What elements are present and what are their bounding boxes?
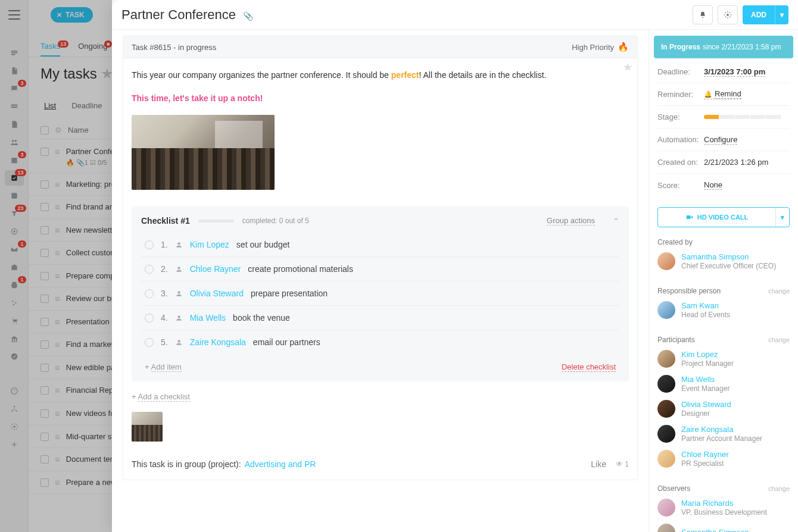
add-item[interactable]: + Add item	[145, 362, 182, 372]
reminder-value[interactable]: 🔔Remind	[704, 89, 741, 99]
deadline-value[interactable]: 3/1/2023 7:00 pm	[704, 67, 765, 77]
bell-icon[interactable]	[693, 5, 713, 24]
drag-handle-icon[interactable]: ≡	[55, 146, 60, 157]
row-checkbox[interactable]	[40, 386, 49, 395]
col-name[interactable]: Name	[68, 126, 89, 134]
rail-people-icon[interactable]	[5, 134, 24, 150]
rail-contact-icon[interactable]	[5, 188, 24, 204]
assignee-link[interactable]: Mia Wells	[190, 313, 226, 323]
tab-tasks[interactable]: Tasks13	[40, 42, 60, 57]
rail-tasks-icon[interactable]: 13	[5, 170, 24, 186]
rail-drive-icon[interactable]	[5, 117, 24, 132]
person-name[interactable]: Zaire Kongsala	[681, 425, 762, 434]
person-name[interactable]: Kim Lopez	[681, 350, 734, 359]
tab-ongoing[interactable]: Ongoing■	[78, 42, 107, 57]
change-link[interactable]: change	[768, 336, 790, 343]
row-checkbox[interactable]	[40, 249, 49, 257]
person[interactable]: Samantha Simpson	[657, 524, 790, 532]
rail-doc-icon[interactable]	[5, 63, 24, 79]
rail-crm-icon[interactable]	[5, 99, 24, 114]
rail-calendar-icon[interactable]: 3	[5, 152, 24, 168]
checklist-item[interactable]: 5. Zaire Kongsala email our partners	[141, 330, 619, 354]
like-button[interactable]: Like	[591, 459, 606, 469]
person-responsible[interactable]: Sam KwanHead of Events	[657, 301, 790, 319]
gear-icon[interactable]: ⚙	[55, 126, 62, 134]
view-list[interactable]: List	[44, 101, 56, 110]
drag-handle-icon[interactable]: ≡	[55, 408, 60, 418]
rail-cart-icon[interactable]	[5, 313, 24, 328]
checklist-item[interactable]: 1. Kim Lopez set our budget	[141, 233, 619, 257]
assignee-link[interactable]: Olivia Steward	[190, 289, 244, 298]
score-value[interactable]: None	[704, 180, 722, 190]
checklist-radio[interactable]	[145, 338, 154, 347]
drag-handle-icon[interactable]: ≡	[55, 293, 60, 303]
chevron-down-icon[interactable]: ▾	[775, 208, 789, 227]
rail-chat-icon[interactable]: 3	[5, 81, 24, 96]
row-checkbox[interactable]	[40, 364, 49, 372]
drag-handle-icon[interactable]: ≡	[55, 431, 60, 442]
row-checkbox[interactable]	[40, 455, 49, 464]
rail-target-icon[interactable]	[5, 224, 24, 239]
rail-bank-icon[interactable]	[5, 331, 24, 346]
checklist-radio[interactable]	[145, 314, 154, 323]
assignee-link[interactable]: Kim Lopez	[190, 240, 229, 249]
assignee-link[interactable]: Chloe Rayner	[190, 264, 241, 274]
person[interactable]: Chloe RaynerPR Specialist	[657, 450, 790, 468]
person-name[interactable]: Olivia Steward	[681, 400, 731, 409]
menu-icon[interactable]	[5, 7, 24, 23]
rail-print-icon[interactable]: 1	[5, 277, 24, 293]
checklist-radio[interactable]	[145, 289, 154, 298]
select-all-checkbox[interactable]	[40, 126, 49, 134]
rail-gear-icon[interactable]	[5, 419, 24, 434]
rail-plus-icon[interactable]	[5, 437, 24, 452]
drag-handle-icon[interactable]: ≡	[55, 362, 60, 373]
row-checkbox[interactable]	[40, 148, 49, 156]
stage-progress[interactable]	[704, 115, 781, 119]
row-checkbox[interactable]	[40, 478, 49, 487]
view-deadline[interactable]: Deadline	[71, 101, 102, 110]
add-button[interactable]: ADD▾	[743, 5, 788, 24]
automation-link[interactable]: Configure	[704, 135, 737, 145]
person[interactable]: Zaire KongsalaPartner Account Manager	[657, 425, 790, 443]
add-checklist[interactable]: + Add a checklist	[132, 392, 629, 401]
person-creator[interactable]: Samantha SimpsonChief Executive Officer …	[657, 252, 790, 270]
group-link[interactable]: Advertising and PR	[245, 459, 316, 469]
row-checkbox[interactable]	[40, 340, 49, 349]
row-checkbox[interactable]	[40, 226, 49, 234]
person[interactable]: Maria RichardsVP, Business Development	[657, 499, 790, 517]
row-checkbox[interactable]	[40, 295, 49, 303]
close-icon[interactable]: ✕	[57, 11, 62, 19]
rail-help-icon[interactable]: ?	[5, 383, 24, 399]
checklist-item[interactable]: 2. Chloe Rayner create promotional mater…	[141, 257, 619, 281]
rail-feed-icon[interactable]	[5, 45, 24, 61]
gear-icon[interactable]	[718, 5, 738, 24]
chevron-down-icon[interactable]: ▾	[775, 5, 788, 24]
rail-settings-icon[interactable]	[5, 295, 24, 311]
task-pill[interactable]: ✕ TASK	[51, 7, 93, 23]
drag-handle-icon[interactable]: ≡	[55, 317, 60, 327]
change-link[interactable]: change	[768, 287, 790, 295]
rail-filter-icon[interactable]: 23	[5, 206, 24, 221]
drag-handle-icon[interactable]: ≡	[55, 477, 60, 487]
row-checkbox[interactable]	[40, 272, 49, 280]
drag-handle-icon[interactable]: ≡	[55, 225, 60, 235]
rail-check-icon[interactable]	[5, 349, 24, 364]
drag-handle-icon[interactable]: ≡	[55, 454, 60, 464]
person[interactable]: Olivia StewardDesigner	[657, 400, 790, 418]
row-checkbox[interactable]	[40, 433, 49, 441]
row-checkbox[interactable]	[40, 203, 49, 211]
checklist-item[interactable]: 4. Mia Wells book the venue	[141, 306, 619, 330]
row-checkbox[interactable]	[40, 318, 49, 326]
star-icon[interactable]: ★	[623, 61, 632, 74]
person-name[interactable]: Samantha Simpson	[681, 528, 749, 532]
clip-icon[interactable]: 📎	[243, 11, 253, 21]
attachment-thumb[interactable]	[132, 412, 163, 442]
delete-checklist[interactable]: Delete checklist	[562, 362, 616, 372]
group-actions[interactable]: Group actions	[547, 216, 595, 226]
hd-video-call-button[interactable]: HD VIDEO CALL ▾	[657, 207, 790, 227]
row-checkbox[interactable]	[40, 180, 49, 189]
drag-handle-icon[interactable]: ≡	[55, 385, 60, 395]
drag-handle-icon[interactable]: ≡	[55, 179, 60, 189]
drag-handle-icon[interactable]: ≡	[55, 248, 60, 258]
checklist-radio[interactable]	[145, 265, 154, 274]
